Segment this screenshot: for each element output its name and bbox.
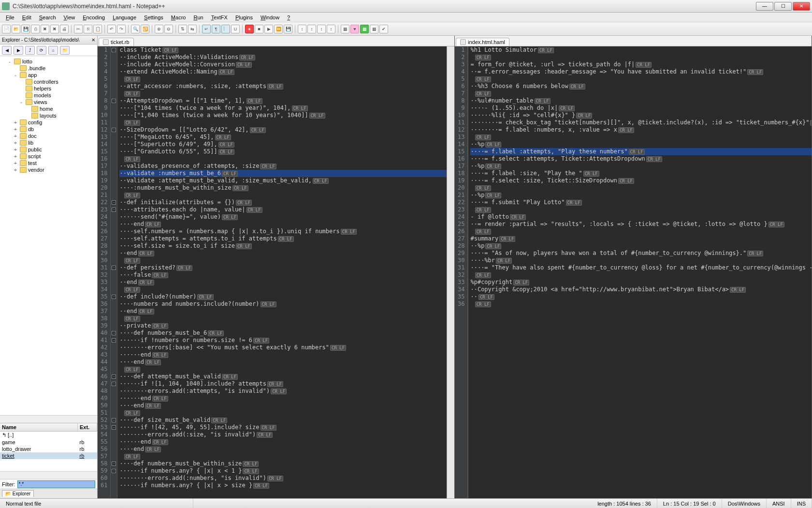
indent-guide-icon[interactable]: ⎸ (221, 25, 230, 33)
explorer-title-text: Explorer - C:\Sites\lotto\app\models\ (2, 37, 79, 43)
tree-item-models[interactable]: models (18, 92, 96, 99)
paste-icon[interactable]: 📋 (93, 25, 102, 33)
menu-language[interactable]: Language (109, 14, 140, 21)
minimize-button[interactable]: — (756, 2, 773, 11)
tree-item-layouts[interactable]: layouts (24, 112, 96, 119)
tree-item-doc[interactable]: +doc (13, 133, 96, 139)
close-file-litebrown-icon[interactable]: ✖ (41, 25, 49, 33)
nav-newfolder-icon[interactable]: 📁 (60, 46, 70, 55)
open-icon[interactable]: 📂 (12, 25, 20, 33)
func1-icon[interactable]: ↕ (298, 25, 306, 33)
left-lines[interactable]: class TicketCR LF··include ActiveModel::… (117, 46, 447, 498)
tree-item-script[interactable]: +script (13, 153, 96, 160)
filelist-hscroll[interactable] (0, 471, 97, 479)
print-icon[interactable]: 🖨 (60, 25, 69, 33)
left-code-area[interactable]: 1234567891011121314151617181920212223242… (98, 46, 454, 498)
wordwrap-icon[interactable]: ↵ (202, 25, 211, 33)
zoomin-icon[interactable]: ⊕ (155, 25, 163, 33)
filelist-col-ext[interactable]: Ext. (78, 423, 97, 432)
tree-item-controllers[interactable]: controllers (18, 78, 96, 85)
file-icon (460, 39, 466, 45)
menu-?[interactable]: ? (283, 14, 294, 21)
tab-ticket-rb[interactable]: ticket.rb (99, 38, 134, 46)
func4-icon[interactable]: ↕ (327, 25, 335, 33)
menu-file[interactable]: File (2, 14, 18, 21)
menu-encoding[interactable]: Encoding (79, 14, 109, 21)
menu-macro[interactable]: Macro (167, 14, 190, 21)
tree-item-home[interactable]: home (24, 105, 96, 112)
zoomout-icon[interactable]: ⊖ (164, 25, 173, 33)
tab-index-haml[interactable]: index.html.haml (456, 38, 509, 46)
nav-fwd-icon[interactable]: ▶ (14, 46, 23, 55)
right-lines[interactable]: %h1 Lotto SimulatorCR LF CR LF= form_for… (468, 46, 812, 498)
nav-home-icon[interactable]: ⌂ (48, 46, 58, 55)
file-row[interactable]: ↰ [..] (0, 432, 97, 439)
tree-item-.bundle[interactable]: .bundle (13, 65, 96, 72)
right-code-area[interactable]: 1234567891011121314151617181920212223242… (455, 46, 812, 498)
spellcheck-icon[interactable]: ✔ (379, 25, 388, 33)
record-macro-icon[interactable]: ● (245, 25, 254, 33)
tree-item-app[interactable]: -app (13, 72, 96, 78)
menu-textfx[interactable]: TextFX (207, 14, 232, 21)
copy-icon[interactable]: ⎘ (84, 25, 92, 33)
new-icon[interactable]: 📄 (2, 25, 11, 33)
nav-back-icon[interactable]: ◀ (2, 46, 12, 55)
func2-icon[interactable]: ↕ (307, 25, 316, 33)
fastforward-macro-icon[interactable]: ⏩ (274, 25, 283, 33)
play-macro-icon[interactable]: ▶ (264, 25, 273, 33)
tree-item-helpers[interactable]: helpers (18, 85, 96, 92)
tree-item-test[interactable]: +test (13, 160, 96, 166)
file-row[interactable]: ticketrb (0, 452, 97, 459)
tree-item-vendor[interactable]: +vendor (13, 166, 96, 173)
undo-icon[interactable]: ↶ (107, 25, 116, 33)
stop-macro-icon[interactable]: ■ (255, 25, 263, 33)
replace-icon[interactable]: 🔁 (141, 25, 149, 33)
showall-icon[interactable]: ¶ (212, 25, 220, 33)
menu-plugins[interactable]: Plugins (232, 14, 257, 21)
saveall-icon[interactable]: ⎙ (31, 25, 40, 33)
find-icon[interactable]: 🔍 (131, 25, 140, 33)
plugin3-icon[interactable]: ▦ (360, 25, 369, 33)
menu-settings[interactable]: Settings (140, 14, 167, 21)
left-fold-margin[interactable]: --------------- (111, 46, 117, 498)
save-icon[interactable]: 💾 (21, 25, 30, 33)
left-vscroll[interactable] (447, 46, 454, 498)
tree-item-config[interactable]: +config (13, 119, 96, 126)
sync-horiz-icon[interactable]: ⇆ (188, 25, 197, 33)
cut-icon[interactable]: ✂ (74, 25, 83, 33)
folder-tree[interactable]: -lotto.bundle-appcontrollershelpersmodel… (0, 56, 97, 415)
closeall-icon[interactable]: ✖ (50, 25, 59, 33)
plugin1-icon[interactable]: ▦ (341, 25, 349, 33)
menu-edit[interactable]: Edit (18, 14, 35, 21)
menu-search[interactable]: Search (35, 14, 60, 21)
tree-item-lotto[interactable]: -lotto (7, 58, 96, 65)
maximize-button[interactable]: ☐ (774, 2, 792, 11)
tree-item-lib[interactable]: +lib (13, 139, 96, 146)
filter-input[interactable] (17, 480, 96, 488)
redo-icon[interactable]: ↷ (117, 25, 126, 33)
menu-view[interactable]: View (60, 14, 79, 21)
menu-run[interactable]: Run (189, 14, 207, 21)
func3-icon[interactable]: ↕ (317, 25, 326, 33)
file-list[interactable]: Name Ext. ↰ [..]gamerblotto_drawerrbtick… (0, 423, 97, 471)
file-row[interactable]: gamerb (0, 439, 97, 446)
tree-item-db[interactable]: +db (13, 126, 96, 133)
close-button[interactable]: ✕ (793, 2, 810, 11)
explorer-tab[interactable]: 📂 Explorer (2, 490, 34, 497)
filelist-col-name[interactable]: Name (0, 423, 78, 432)
plugin4-icon[interactable]: ▦ (370, 25, 378, 33)
right-fold-margin[interactable] (468, 46, 468, 498)
nav-up-icon[interactable]: ⤴ (25, 46, 35, 55)
explorer-hscroll[interactable] (0, 415, 97, 423)
menu-window[interactable]: Window (257, 14, 283, 21)
sync-vert-icon[interactable]: ⇅ (178, 25, 187, 33)
tree-item-views[interactable]: -views (18, 99, 96, 105)
save-macro-icon[interactable]: 💾 (284, 25, 292, 33)
userlang-icon[interactable]: U (231, 25, 240, 33)
tree-item-public[interactable]: +public (13, 146, 96, 153)
explorer-close-icon[interactable]: ✕ (91, 37, 95, 43)
plugin2-icon[interactable]: ♥ (350, 25, 359, 33)
file-row[interactable]: lotto_drawerrb (0, 446, 97, 452)
nav-refresh-icon[interactable]: ⟳ (37, 46, 46, 55)
separator (338, 25, 338, 33)
